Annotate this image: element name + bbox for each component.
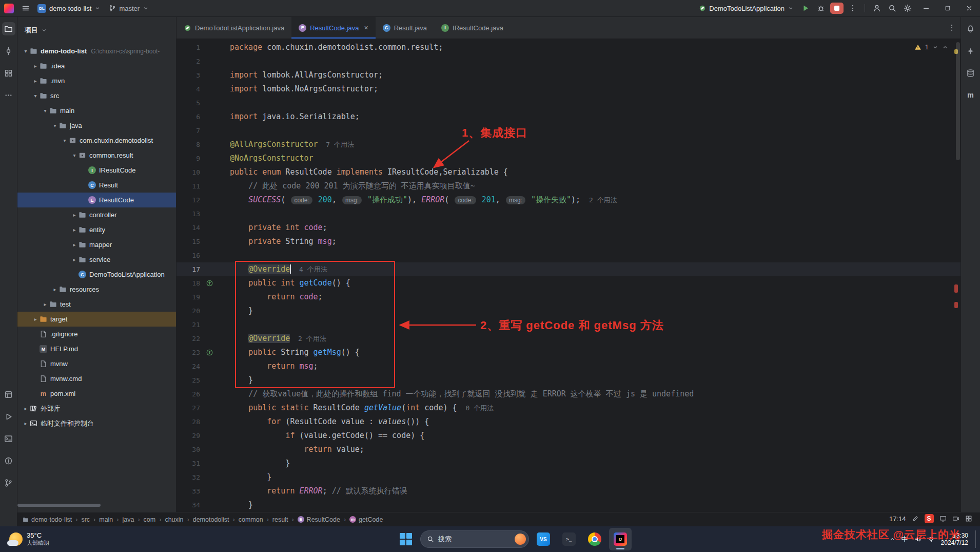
chevron-closed-icon[interactable]: ▸ <box>70 257 79 262</box>
code-line[interactable]: 33 return ERROR; // 默认系统执行错误 <box>177 484 961 498</box>
version-control-icon[interactable] <box>2 476 15 489</box>
run-icon[interactable] <box>2 410 15 423</box>
tree-item-target[interactable]: ▸target <box>17 312 176 327</box>
code-line[interactable]: 12 SUCCESS( code: 200, msg: "操作成功"), ERR… <box>177 193 961 207</box>
code-line[interactable]: 15 private String msg; <box>177 235 961 249</box>
terminal-icon[interactable] <box>2 432 15 445</box>
breadcrumb-item-getCode[interactable]: mgetCode <box>349 516 383 523</box>
tab-ResultCode.java[interactable]: EResultCode.java× <box>291 17 376 39</box>
code-line[interactable]: 22 @Override 2 个用法 <box>177 332 961 346</box>
tree-item-mapper[interactable]: ▸mapper <box>17 237 176 252</box>
code-line[interactable]: 14 private int code; <box>177 221 961 235</box>
breadcrumb-item-com[interactable]: com <box>144 516 156 523</box>
chevron-closed-icon[interactable]: ▸ <box>22 406 30 411</box>
code-line[interactable]: 19 return code; <box>177 290 961 304</box>
pen-icon[interactable] <box>912 515 919 522</box>
code-line[interactable]: 21 <box>177 318 961 332</box>
breadcrumb-item-result[interactable]: result <box>272 516 288 523</box>
close-button[interactable] <box>958 0 980 17</box>
code-line[interactable]: 26 // 获取value值，此处的操作和数组 find 一个功能，找到了就返回… <box>177 387 961 401</box>
structure-icon[interactable] <box>2 66 15 80</box>
notifications-icon[interactable] <box>964 22 977 35</box>
override-gutter-icon[interactable] <box>202 276 217 290</box>
inspection-widget[interactable]: 1 <box>914 43 948 51</box>
breadcrumb-item-demo-todo-list[interactable]: demo-todo-list <box>23 516 72 523</box>
database-icon[interactable] <box>964 66 977 80</box>
tree-item-.gitignore[interactable]: .gitignore <box>17 327 176 341</box>
project-panel-header[interactable]: 项目 <box>17 17 176 44</box>
code-line[interactable]: 28 for (ResultCode value : values()) { <box>177 415 961 429</box>
taskbar-search[interactable]: 搜索 <box>420 530 529 548</box>
code-line[interactable]: 34 } <box>177 498 961 512</box>
chevron-open-icon[interactable]: ▾ <box>31 93 40 99</box>
code-line[interactable]: 8@AllArgsConstructor 7 个用法 <box>177 138 961 151</box>
code-line[interactable]: 18 public int getCode() { <box>177 276 961 290</box>
code-line[interactable]: 9@NoArgsConstructor <box>177 151 961 165</box>
chevron-open-icon[interactable]: ▾ <box>22 48 30 54</box>
search-everywhere-button[interactable] <box>885 2 900 15</box>
maximize-button[interactable] <box>937 0 958 17</box>
code-line[interactable]: 11 // 此处 code 200 201 为演示随意写的 不适用真实项目取值~ <box>177 179 961 193</box>
breadcrumb-item-common[interactable]: common <box>239 516 263 523</box>
breadcrumb-item-ResultCode[interactable]: EResultCode <box>298 516 340 523</box>
ai-assistant-icon[interactable] <box>964 44 977 58</box>
code-line[interactable]: 16 <box>177 249 961 262</box>
code-line[interactable]: 7 <box>177 124 961 138</box>
project-icon[interactable] <box>2 22 15 35</box>
close-tab-icon[interactable]: × <box>364 24 368 32</box>
debug-button[interactable] <box>813 2 829 15</box>
code-line[interactable]: 29 if (value.getCode() == code) { <box>177 429 961 443</box>
chevron-closed-icon[interactable]: ▸ <box>70 242 79 248</box>
tree-item-demo-todo-list[interactable]: ▾demo-todo-listG:\chuxin-cs\spring-boot- <box>17 44 176 59</box>
tree-item-src[interactable]: ▾src <box>17 88 176 103</box>
code-line[interactable]: 10public enum ResultCode implements IRes… <box>177 165 961 179</box>
tab-options-button[interactable] <box>943 17 961 39</box>
stop-button[interactable] <box>830 3 844 14</box>
grid-icon[interactable] <box>965 515 972 522</box>
maven-icon[interactable]: m <box>964 88 977 102</box>
camera-icon[interactable] <box>952 515 959 522</box>
problems-icon[interactable] <box>2 454 15 467</box>
tree-item-main[interactable]: ▾main <box>17 103 176 118</box>
code-line[interactable]: 25 } <box>177 373 961 387</box>
commit-icon[interactable] <box>2 44 15 58</box>
override-gutter-icon[interactable] <box>202 346 217 359</box>
run-config-selector[interactable]: DemoTodoListApplication <box>695 2 798 15</box>
code-line[interactable]: 5 <box>177 96 961 110</box>
breadcrumb-item-src[interactable]: src <box>81 516 90 523</box>
chrome-app-button[interactable] <box>583 528 606 550</box>
settings-button[interactable] <box>900 2 915 15</box>
chevron-closed-icon[interactable]: ▸ <box>31 316 40 322</box>
tree-item-临时文件和控制台[interactable]: ▸临时文件和控制台 <box>17 416 176 431</box>
chevron-closed-icon[interactable]: ▸ <box>22 421 30 426</box>
breadcrumb-item-main[interactable]: main <box>99 516 113 523</box>
more-actions-button[interactable] <box>845 2 860 15</box>
sogou-badge-icon[interactable]: S <box>925 514 934 523</box>
tab-DemoTodoListApplication.java[interactable]: DemoTodoListApplication.java <box>177 17 291 39</box>
tree-item-IResultCode[interactable]: IIResultCode <box>17 163 176 178</box>
chevron-open-icon[interactable]: ▾ <box>51 123 59 128</box>
tree-item-service[interactable]: ▸service <box>17 252 176 267</box>
chevron-open-icon[interactable]: ▾ <box>41 108 49 113</box>
tab-IResultCode.java[interactable]: IIResultCode.java <box>434 17 511 39</box>
editor-scrollbar[interactable] <box>956 42 960 160</box>
code-editor[interactable]: 1package com.chuxin.demotodolist.common.… <box>177 39 961 512</box>
tree-item-mvnw[interactable]: mvnw <box>17 356 176 371</box>
next-problem-icon[interactable] <box>932 44 938 50</box>
minimize-button[interactable] <box>915 0 937 17</box>
tree-item-mvnw.cmd[interactable]: mvnw.cmd <box>17 371 176 386</box>
tree-item-HELP.md[interactable]: MHELP.md <box>17 341 176 356</box>
more-icon[interactable] <box>2 88 15 102</box>
chevron-open-icon[interactable]: ▾ <box>61 138 69 143</box>
breadcrumb-item-demotodolist[interactable]: demotodolist <box>193 516 229 523</box>
code-line[interactable]: 20 } <box>177 304 961 318</box>
code-line[interactable]: 27 public static ResultCode getValue(int… <box>177 401 961 415</box>
chevron-closed-icon[interactable]: ▸ <box>70 227 79 233</box>
services-icon[interactable] <box>2 388 15 401</box>
project-selector[interactable]: DL demo-todo-list <box>33 2 105 15</box>
code-line[interactable]: 23 public String getMsg() { <box>177 346 961 359</box>
run-button[interactable] <box>798 2 813 15</box>
terminal-app-button[interactable]: >_ <box>558 528 580 550</box>
tree-item-test[interactable]: ▸test <box>17 297 176 312</box>
vscode-app-button[interactable] <box>532 528 555 550</box>
